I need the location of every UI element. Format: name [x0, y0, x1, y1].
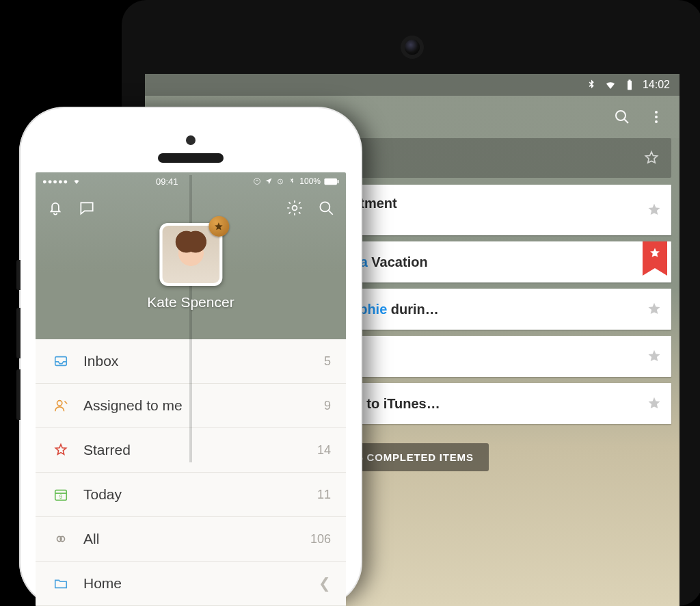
- phone-screen: ●●●●● 09:41 100%: [36, 172, 346, 606]
- calendar-icon: 9: [53, 487, 68, 502]
- search-icon[interactable]: [614, 109, 630, 125]
- avatar-image: [162, 226, 219, 283]
- star-outline-icon[interactable]: [644, 150, 659, 166]
- svg-point-2: [655, 111, 658, 114]
- tablet-camera: [405, 40, 420, 55]
- user-name: Kate Spencer: [147, 294, 234, 311]
- bluetooth-icon: [585, 79, 597, 91]
- wifi-icon: [604, 79, 617, 91]
- alarm-icon: [276, 177, 284, 185]
- chat-icon[interactable]: [78, 199, 96, 217]
- phone-mute-switch: [16, 260, 21, 290]
- list-count: 11: [317, 488, 331, 502]
- svg-rect-12: [55, 357, 67, 366]
- orientation-lock-icon: [253, 177, 261, 185]
- star-icon: [213, 222, 224, 232]
- list-count: 14: [317, 443, 331, 458]
- list-count: 5: [324, 354, 331, 369]
- list-label: Today: [83, 486, 317, 503]
- phone-camera: [186, 135, 196, 145]
- svg-point-13: [57, 401, 62, 406]
- star-icon[interactable]: [647, 302, 662, 317]
- pro-badge: [208, 216, 229, 237]
- svg-line-1: [624, 119, 628, 123]
- svg-point-10: [320, 202, 329, 211]
- star-icon: [53, 443, 68, 458]
- wifi-icon: [72, 177, 81, 185]
- list-row-all[interactable]: All106: [36, 517, 346, 562]
- list-count: 9: [324, 399, 331, 413]
- star-ribbon[interactable]: [643, 241, 667, 276]
- background-tower-faint: [189, 175, 192, 462]
- list-label: All: [83, 531, 310, 547]
- star-icon[interactable]: [647, 396, 662, 411]
- gear-icon[interactable]: [286, 199, 304, 217]
- phone-device: ●●●●● 09:41 100%: [21, 108, 361, 606]
- ios-time: 09:41: [81, 176, 253, 187]
- phone-volume-up: [16, 308, 21, 358]
- svg-point-0: [616, 111, 625, 120]
- svg-point-9: [293, 206, 297, 211]
- list-row-home[interactable]: Home❮: [36, 562, 346, 606]
- more-icon[interactable]: [648, 109, 664, 125]
- star-icon[interactable]: [647, 349, 662, 364]
- list-label: Inbox: [83, 353, 324, 369]
- location-icon: [265, 177, 273, 185]
- list-label: Starred: [83, 442, 317, 458]
- profile-section[interactable]: Kate Spencer: [147, 223, 234, 311]
- svg-text:9: 9: [59, 494, 63, 500]
- inbox-icon: [53, 354, 68, 369]
- svg-line-11: [329, 211, 333, 215]
- svg-point-4: [655, 120, 658, 123]
- list-count: 106: [310, 532, 331, 546]
- svg-point-3: [655, 116, 658, 118]
- phone-volume-down: [16, 369, 21, 420]
- battery-icon: [623, 79, 636, 91]
- star-icon: [649, 247, 661, 259]
- star-icon[interactable]: [647, 202, 662, 218]
- battery-icon: [324, 178, 339, 185]
- search-icon[interactable]: [317, 199, 335, 217]
- infinity-icon: [53, 531, 68, 546]
- list-row-today[interactable]: 9Today11: [36, 473, 346, 517]
- person-icon: [53, 398, 68, 413]
- chevron-left-icon: ❮: [319, 575, 331, 592]
- list-label: Home: [83, 575, 319, 592]
- list-label: Assigned to me: [83, 397, 324, 414]
- bluetooth-icon: [288, 177, 296, 185]
- folder-icon: [53, 576, 68, 591]
- android-status-bar: 14:02: [145, 74, 679, 96]
- phone-header: ●●●●● 09:41 100%: [36, 172, 346, 339]
- svg-rect-8: [337, 179, 338, 183]
- phone-speaker: [158, 153, 224, 163]
- svg-rect-7: [324, 178, 337, 184]
- battery-percent: 100%: [299, 176, 321, 186]
- signal-dots-icon: ●●●●●: [42, 177, 68, 185]
- bell-icon[interactable]: [46, 199, 64, 217]
- avatar[interactable]: [159, 223, 222, 286]
- android-time: 14:02: [643, 79, 670, 91]
- svg-point-5: [254, 179, 260, 185]
